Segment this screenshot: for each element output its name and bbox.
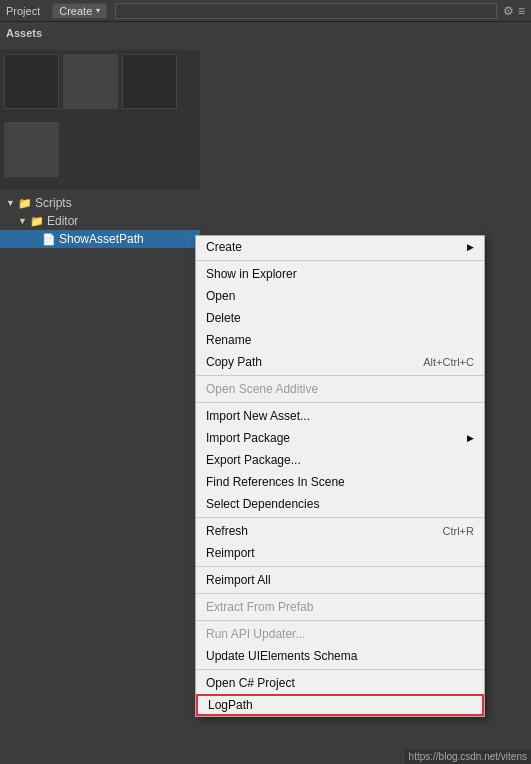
selected-file-label: ShowAssetPath <box>59 232 144 246</box>
menu-label-show-in-explorer: Show in Explorer <box>206 267 297 281</box>
preview-thumb-3 <box>122 54 177 109</box>
create-button[interactable]: Create ▾ <box>52 3 107 19</box>
scripts-folder-icon: 📁 <box>18 197 32 210</box>
tree-item-showassetpath[interactable]: ▶ 📄 ShowAssetPath <box>0 230 200 248</box>
preview-thumb-2 <box>63 54 118 109</box>
separator-3 <box>196 402 484 403</box>
menu-label-copy-path: Copy Path <box>206 355 262 369</box>
preview-thumb-4 <box>4 122 59 177</box>
editor-folder-icon: 📁 <box>30 215 44 228</box>
menu-item-export-package[interactable]: Export Package... <box>196 449 484 471</box>
menu-label-logpath: LogPath <box>208 698 253 712</box>
bottom-bar: https://blog.csdn.net/vitens <box>405 749 531 764</box>
refresh-shortcut: Ctrl+R <box>443 525 474 537</box>
cs-file-icon: 📄 <box>42 233 56 246</box>
menu-item-open-csharp[interactable]: Open C# Project <box>196 672 484 694</box>
menu-item-open-scene-additive: Open Scene Additive <box>196 378 484 400</box>
create-label: Create <box>59 5 92 17</box>
menu-item-find-references[interactable]: Find References In Scene <box>196 471 484 493</box>
menu-item-import-new-asset[interactable]: Import New Asset... <box>196 405 484 427</box>
menu-label-update-ui-elements: Update UIElements Schema <box>206 649 357 663</box>
menu-item-logpath[interactable]: LogPath <box>196 694 484 716</box>
more-icon[interactable]: ≡ <box>518 4 525 18</box>
separator-8 <box>196 669 484 670</box>
menu-item-reimport-all[interactable]: Reimport All <box>196 569 484 591</box>
editor-label: Editor <box>47 214 78 228</box>
tree-item-scripts[interactable]: ▼ 📁 Scripts <box>0 194 200 212</box>
assets-label: Assets <box>6 27 42 39</box>
menu-label-find-references: Find References In Scene <box>206 475 345 489</box>
menu-item-extract-from-prefab: Extract From Prefab <box>196 596 484 618</box>
menu-item-run-api-updater: Run API Updater... <box>196 623 484 645</box>
top-bar: Project Create ▾ ⚙ ≡ <box>0 0 531 22</box>
separator-7 <box>196 620 484 621</box>
menu-label-extract-from-prefab: Extract From Prefab <box>206 600 313 614</box>
menu-label-reimport-all: Reimport All <box>206 573 271 587</box>
menu-label-delete: Delete <box>206 311 241 325</box>
menu-label-refresh: Refresh <box>206 524 248 538</box>
scripts-arrow-icon: ▼ <box>6 198 16 208</box>
menu-item-show-in-explorer[interactable]: Show in Explorer <box>196 263 484 285</box>
menu-item-select-dependencies[interactable]: Select Dependencies <box>196 493 484 515</box>
scripts-label: Scripts <box>35 196 72 210</box>
bottom-url: https://blog.csdn.net/vitens <box>409 751 527 762</box>
menu-label-select-dependencies: Select Dependencies <box>206 497 319 511</box>
menu-label-reimport: Reimport <box>206 546 255 560</box>
create-arrow-icon: ▾ <box>96 6 100 15</box>
menu-item-open[interactable]: Open <box>196 285 484 307</box>
menu-label-import-new-asset: Import New Asset... <box>206 409 310 423</box>
menu-item-create[interactable]: Create ▶ <box>196 236 484 258</box>
menu-item-delete[interactable]: Delete <box>196 307 484 329</box>
settings-icon[interactable]: ⚙ <box>503 4 514 18</box>
context-menu: Create ▶ Show in Explorer Open Delete Re… <box>195 235 485 717</box>
menu-label-open-scene-additive: Open Scene Additive <box>206 382 318 396</box>
separator-4 <box>196 517 484 518</box>
separator-1 <box>196 260 484 261</box>
menu-label-open-csharp: Open C# Project <box>206 676 295 690</box>
menu-label-export-package: Export Package... <box>206 453 301 467</box>
top-bar-icons: ⚙ ≡ <box>503 4 525 18</box>
tree-item-editor[interactable]: ▼ 📁 Editor <box>0 212 200 230</box>
create-submenu-arrow: ▶ <box>467 242 474 252</box>
separator-2 <box>196 375 484 376</box>
preview-thumb-1 <box>4 54 59 109</box>
menu-label-import-package: Import Package <box>206 431 290 445</box>
search-input[interactable] <box>115 3 497 19</box>
assets-section: Assets <box>0 22 531 42</box>
menu-label-open: Open <box>206 289 235 303</box>
menu-item-refresh[interactable]: Refresh Ctrl+R <box>196 520 484 542</box>
copy-path-shortcut: Alt+Ctrl+C <box>423 356 474 368</box>
menu-label-run-api-updater: Run API Updater... <box>206 627 305 641</box>
menu-label-rename: Rename <box>206 333 251 347</box>
menu-label-create: Create <box>206 240 242 254</box>
menu-item-reimport[interactable]: Reimport <box>196 542 484 564</box>
editor-arrow-icon: ▼ <box>18 216 28 226</box>
import-package-arrow: ▶ <box>467 433 474 443</box>
menu-item-copy-path[interactable]: Copy Path Alt+Ctrl+C <box>196 351 484 373</box>
menu-item-update-ui-elements[interactable]: Update UIElements Schema <box>196 645 484 667</box>
separator-6 <box>196 593 484 594</box>
preview-area <box>0 50 200 190</box>
separator-5 <box>196 566 484 567</box>
menu-item-rename[interactable]: Rename <box>196 329 484 351</box>
menu-item-import-package[interactable]: Import Package ▶ <box>196 427 484 449</box>
panel-title: Project <box>6 5 40 17</box>
file-tree: ▼ 📁 Scripts ▼ 📁 Editor ▶ 📄 ShowAssetPath <box>0 190 200 252</box>
